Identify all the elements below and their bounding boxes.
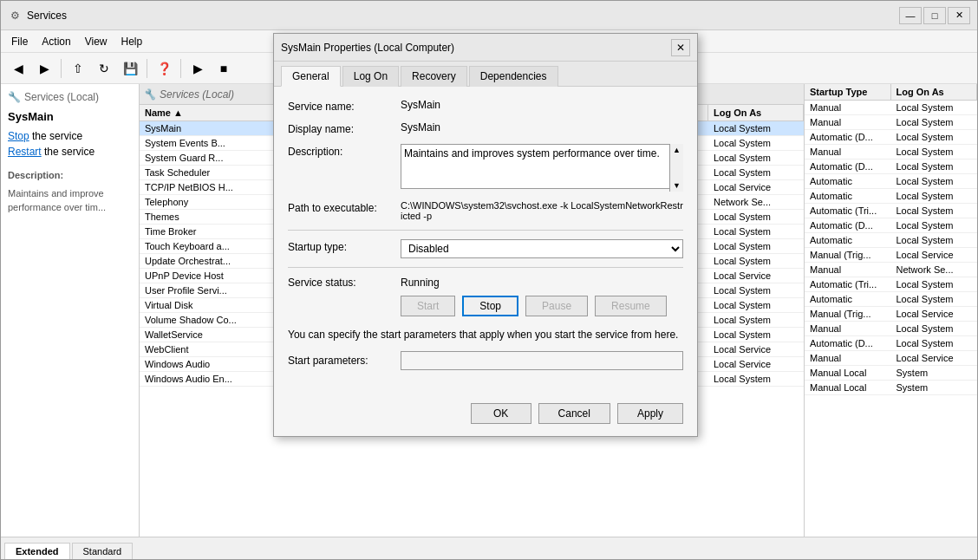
path-label: Path to executable: bbox=[288, 200, 401, 214]
start-params-row: Start parameters: bbox=[288, 351, 683, 370]
resume-button[interactable]: Resume bbox=[595, 296, 667, 316]
service-status-value: Running bbox=[401, 277, 440, 289]
sysmain-properties-dialog: SysMain Properties (Local Computer) ✕ Ge… bbox=[273, 33, 698, 437]
service-name-value: SysMain bbox=[401, 99, 683, 111]
service-status-row: Service status: Running bbox=[288, 277, 683, 289]
description-label: Description: bbox=[288, 144, 401, 158]
dialog-overlay: SysMain Properties (Local Computer) ✕ Ge… bbox=[0, 0, 978, 560]
dialog-footer: OK Cancel Apply bbox=[274, 396, 697, 436]
control-buttons: Start Stop Pause Resume bbox=[401, 296, 683, 316]
description-textarea-wrap: Maintains and improves system performanc… bbox=[401, 144, 683, 192]
path-field: Path to executable: C:\WINDOWS\system32\… bbox=[288, 200, 683, 221]
service-name-label: Service name: bbox=[288, 99, 401, 113]
startup-type-label: Startup type: bbox=[288, 239, 401, 253]
dialog-tab-recovery[interactable]: Recovery bbox=[401, 66, 467, 87]
dialog-tabs: General Log On Recovery Dependencies bbox=[274, 62, 697, 87]
description-field: Description: Maintains and improves syst… bbox=[288, 144, 683, 192]
scroll-down-btn[interactable]: ▼ bbox=[671, 179, 682, 192]
display-name-value: SysMain bbox=[401, 121, 683, 133]
startup-type-select[interactable]: Automatic Automatic (Delayed Start) Manu… bbox=[401, 239, 683, 258]
dialog-close-button[interactable]: ✕ bbox=[671, 39, 690, 56]
description-scrollbar[interactable]: ▲ ▼ bbox=[669, 144, 683, 192]
service-name-field: Service name: SysMain bbox=[288, 99, 683, 113]
startup-type-field: Startup type: Automatic Automatic (Delay… bbox=[288, 239, 683, 258]
scroll-up-btn[interactable]: ▲ bbox=[671, 144, 682, 156]
pause-button[interactable]: Pause bbox=[525, 296, 588, 316]
apply-button[interactable]: Apply bbox=[617, 403, 683, 424]
cancel-button[interactable]: Cancel bbox=[538, 403, 610, 424]
stop-button[interactable]: Stop bbox=[462, 296, 518, 316]
display-name-field: Display name: SysMain bbox=[288, 121, 683, 135]
service-status-label: Service status: bbox=[288, 277, 401, 289]
dialog-tab-general[interactable]: General bbox=[281, 66, 341, 87]
display-name-label: Display name: bbox=[288, 121, 401, 135]
divider-1 bbox=[288, 230, 683, 231]
start-button[interactable]: Start bbox=[401, 296, 455, 316]
dialog-tab-logon[interactable]: Log On bbox=[342, 66, 399, 87]
ok-button[interactable]: OK bbox=[471, 403, 531, 424]
dialog-tab-dependencies[interactable]: Dependencies bbox=[469, 66, 558, 87]
dialog-title-bar: SysMain Properties (Local Computer) ✕ bbox=[274, 34, 697, 62]
path-value: C:\WINDOWS\system32\svchost.exe -k Local… bbox=[401, 200, 683, 221]
start-params-label: Start parameters: bbox=[288, 355, 401, 367]
description-textarea[interactable]: Maintains and improves system performanc… bbox=[401, 144, 683, 189]
dialog-title-text: SysMain Properties (Local Computer) bbox=[281, 42, 671, 54]
start-params-input[interactable] bbox=[401, 351, 683, 370]
dialog-content: Service name: SysMain Display name: SysM… bbox=[274, 87, 697, 396]
divider-2 bbox=[288, 267, 683, 268]
hint-text: You can specify the start parameters tha… bbox=[288, 327, 683, 342]
